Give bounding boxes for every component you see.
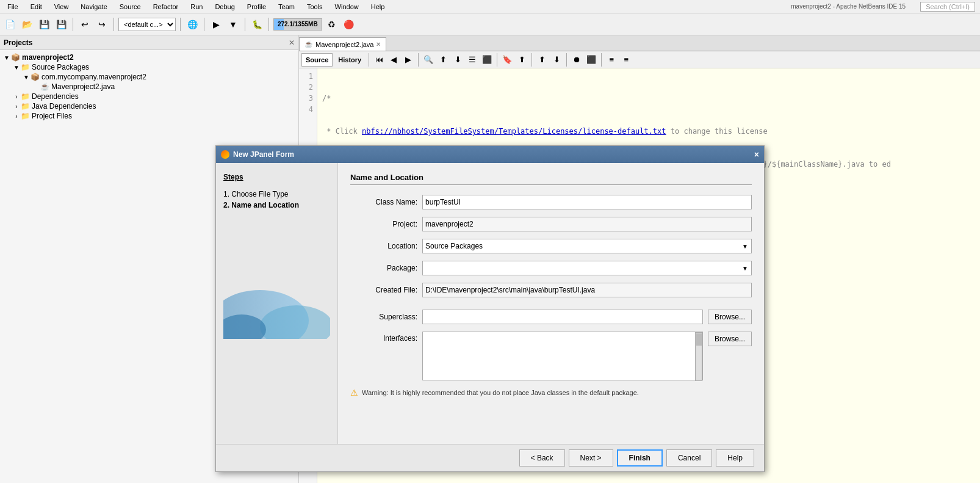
tree-label-dependencies: Dependencies xyxy=(32,92,79,101)
sidebar-header: Projects ✕ xyxy=(0,35,298,50)
history-tab-btn[interactable]: History xyxy=(334,53,366,67)
tab-file-icon: ☕ xyxy=(304,40,313,48)
project-label: Project: xyxy=(350,220,417,228)
diff-next-icon[interactable]: ⬇ xyxy=(550,53,563,67)
sidebar-close-btn[interactable]: ✕ xyxy=(289,38,295,47)
tree-expand-project-files[interactable]: › xyxy=(12,113,21,120)
package-select[interactable]: com.mycompany.mavenproject2 xyxy=(422,261,752,275)
tree-label-source-packages: Source Packages xyxy=(32,63,89,71)
back-icon[interactable]: ⏮ xyxy=(372,53,386,67)
source-tab-btn[interactable]: Source xyxy=(301,53,333,67)
prev-icon[interactable]: ◀ xyxy=(387,53,400,67)
superclass-input[interactable] xyxy=(422,310,703,324)
dependencies-icon: 📁 xyxy=(21,92,30,101)
tree-expand-source-packages[interactable]: ▼ xyxy=(12,64,21,71)
menu-team[interactable]: Team xyxy=(276,2,297,12)
stop-btn[interactable]: 🔴 xyxy=(342,17,356,32)
memory-btn[interactable]: 272.1/1355MB xyxy=(273,18,322,31)
back-btn[interactable]: < Back xyxy=(519,449,565,467)
help-btn[interactable]: Help xyxy=(716,449,754,467)
class-name-input[interactable] xyxy=(422,195,752,209)
tree-item-project-files[interactable]: › 📁 Project Files xyxy=(2,111,296,121)
menu-profile[interactable]: Profile xyxy=(245,2,268,12)
next-icon[interactable]: ▶ xyxy=(402,53,415,67)
menu-file[interactable]: File xyxy=(5,2,21,12)
menu-debug[interactable]: Debug xyxy=(212,2,237,12)
tasks-icon[interactable]: ≡ xyxy=(605,53,618,67)
save-btn[interactable]: 💾 xyxy=(37,17,51,32)
bookmark-icon[interactable]: 🔖 xyxy=(500,53,514,67)
tree-item-project[interactable]: ▼ 📦 mavenproject2 xyxy=(2,53,296,62)
tree-expand-package[interactable]: ▼ xyxy=(22,74,31,81)
toolbar-sep-1 xyxy=(73,18,73,31)
toggle-icon[interactable]: ☰ xyxy=(466,53,479,67)
new-file-btn[interactable]: 📄 xyxy=(2,17,17,32)
config-select[interactable]: <default c...> xyxy=(118,18,176,31)
open-project-btn[interactable]: 📂 xyxy=(20,17,34,32)
toolbar-sep-3 xyxy=(180,18,181,31)
undo-btn[interactable]: ↩ xyxy=(77,17,92,32)
find-prev-icon[interactable]: ⬆ xyxy=(436,53,450,67)
menu-refactor[interactable]: Refactor xyxy=(151,2,181,12)
dialog-footer: < Back Next > Finish Cancel Help xyxy=(216,444,764,471)
tree-item-java-file[interactable]: › ☕ Mavenproject2.java xyxy=(2,82,296,92)
search-box[interactable]: Search (Ctrl+I) xyxy=(920,2,975,12)
editor-sep-2 xyxy=(418,53,419,67)
prev-bookmark-icon[interactable]: ⬆ xyxy=(515,53,528,67)
form-row-class-name: Class Name: xyxy=(350,195,752,209)
interfaces-scrollbar[interactable] xyxy=(695,332,702,381)
menu-help[interactable]: Help xyxy=(369,2,387,12)
find-next-icon[interactable]: ⬇ xyxy=(451,53,464,67)
menu-edit[interactable]: Edit xyxy=(28,2,45,12)
debug-project-btn[interactable]: 🐛 xyxy=(250,17,264,32)
menu-run[interactable]: Run xyxy=(188,2,205,12)
finish-btn[interactable]: Finish xyxy=(617,449,663,467)
gc-btn[interactable]: ♻ xyxy=(325,17,339,32)
menu-tools[interactable]: Tools xyxy=(304,2,325,12)
find-icon[interactable]: 🔍 xyxy=(422,53,435,67)
zoom-icon[interactable]: ⬛ xyxy=(480,53,494,67)
java-dependencies-icon: 📁 xyxy=(21,102,30,111)
browse-interfaces-btn[interactable]: Browse... xyxy=(708,332,752,346)
editor-tab-close-btn[interactable]: ✕ xyxy=(376,41,381,48)
tree-item-java-dependencies[interactable]: › 📁 Java Dependencies xyxy=(2,101,296,111)
tree-item-source-packages[interactable]: ▼ 📁 Source Packages xyxy=(2,62,296,72)
dialog-main: Name and Location Class Name: Project: L… xyxy=(338,163,764,444)
location-select[interactable]: Source Packages Test Packages xyxy=(422,239,752,253)
save-all-btn[interactable]: 💾 xyxy=(54,17,68,32)
menu-view[interactable]: View xyxy=(52,2,71,12)
form-row-interfaces: Interfaces: Browse... xyxy=(350,332,752,380)
menu-window[interactable]: Window xyxy=(333,2,361,12)
browse-superclass-btn[interactable]: Browse... xyxy=(708,310,752,324)
tree-expand-java-dependencies[interactable]: › xyxy=(12,103,21,110)
package-icon: 📦 xyxy=(31,73,40,81)
redo-btn[interactable]: ↪ xyxy=(95,17,109,32)
clean-build-btn[interactable]: 🌐 xyxy=(185,17,200,32)
next-btn[interactable]: Next > xyxy=(569,449,613,467)
editor-tab-main[interactable]: ☕ Mavenproject2.java ✕ xyxy=(299,37,386,51)
form-row-project: Project: xyxy=(350,217,752,231)
warning-icon: ⚠ xyxy=(350,388,358,398)
project-input[interactable] xyxy=(422,217,752,231)
record-icon[interactable]: ⏺ xyxy=(570,53,583,67)
toolbar-sep-6 xyxy=(268,18,269,31)
interfaces-list[interactable] xyxy=(423,332,695,380)
editor-sep-4 xyxy=(531,53,532,67)
tree-expand-project[interactable]: ▼ xyxy=(2,54,11,61)
tree-item-dependencies[interactable]: › 📁 Dependencies xyxy=(2,92,296,101)
tree-expand-dependencies[interactable]: › xyxy=(12,93,21,100)
dialog-close-btn[interactable]: × xyxy=(754,150,759,159)
created-file-input[interactable] xyxy=(422,283,752,297)
more-icon[interactable]: ≡ xyxy=(619,53,633,67)
new-jpanel-dialog: New JPanel Form × Steps 1. Choose File T… xyxy=(215,145,765,472)
stop-icon[interactable]: ⬛ xyxy=(585,53,598,67)
tree-item-package[interactable]: ▼ 📦 com.mycompany.mavenproject2 xyxy=(2,72,296,82)
cancel-btn[interactable]: Cancel xyxy=(666,449,712,467)
tree-label-project: mavenproject2 xyxy=(22,53,74,62)
diff-prev-icon[interactable]: ⬆ xyxy=(535,53,549,67)
run-dropdown-btn[interactable]: ▼ xyxy=(226,17,240,32)
menu-source[interactable]: Source xyxy=(117,2,143,12)
run-project-btn[interactable]: ▶ xyxy=(209,17,223,32)
menu-navigate[interactable]: Navigate xyxy=(78,2,109,12)
project-icon: 📦 xyxy=(11,53,20,62)
